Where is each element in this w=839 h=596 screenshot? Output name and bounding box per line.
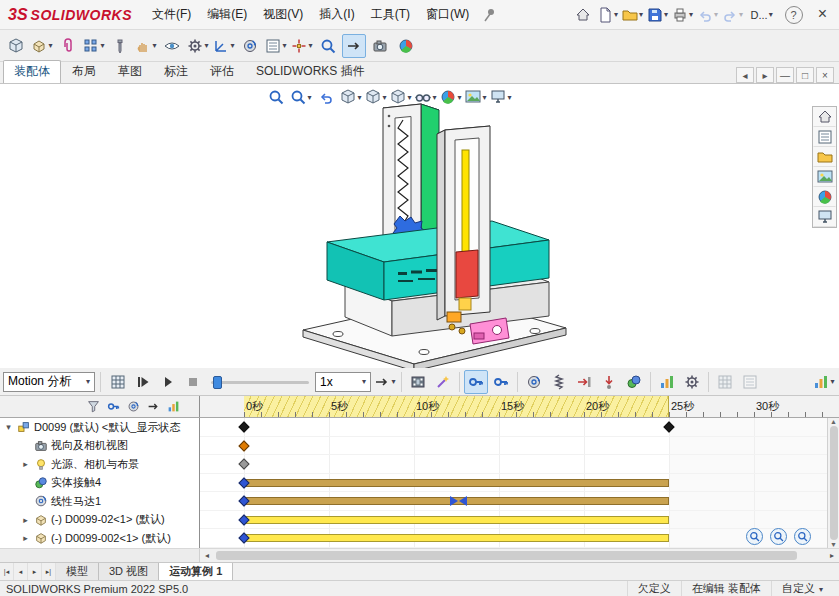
graphics-area[interactable]: ▾▾▾▾▾▾▾▾ xyxy=(0,84,839,368)
status-custom-button[interactable]: 自定义 ▾ xyxy=(771,581,833,596)
menu-插入I[interactable]: 插入(I) xyxy=(311,2,362,27)
tree-row[interactable]: 实体接触4 xyxy=(0,474,199,493)
pin-menu-icon[interactable] xyxy=(477,3,501,27)
collapse-arrow-icon[interactable]: ▾ xyxy=(3,422,14,432)
zoom-to-area[interactable]: ▾ xyxy=(289,86,313,108)
mate[interactable] xyxy=(56,34,80,58)
assembly-model[interactable] xyxy=(0,84,839,368)
key-point[interactable] xyxy=(238,458,249,469)
view-palette[interactable] xyxy=(813,167,836,187)
calculate[interactable] xyxy=(106,370,130,394)
view-orientation[interactable]: ▾ xyxy=(364,86,388,108)
scroll-up-icon[interactable]: ▲ xyxy=(830,418,837,425)
filter-driving[interactable] xyxy=(124,397,143,416)
scrollbar-track[interactable] xyxy=(214,549,825,562)
timeline-track[interactable] xyxy=(200,492,827,511)
playback-speed-select[interactable]: 1x ▾ xyxy=(315,372,371,392)
gravity[interactable] xyxy=(597,370,621,394)
zoom-out-timeline[interactable] xyxy=(746,528,763,545)
timeline-track[interactable] xyxy=(200,455,827,474)
prev-tab-button[interactable]: ◂ xyxy=(14,563,28,580)
exploded-view[interactable]: ▾ xyxy=(290,34,314,58)
scrollbar-thumb[interactable] xyxy=(830,426,838,540)
document-tab-2[interactable]: 3D 视图 xyxy=(99,563,159,580)
tree-row[interactable]: 视向及相机视图 xyxy=(0,437,199,456)
assembly-features[interactable]: ▾ xyxy=(186,34,210,58)
scroll-right-icon[interactable]: ▸ xyxy=(825,549,839,562)
next-tab-button[interactable]: ▸ xyxy=(28,563,42,580)
key-point[interactable] xyxy=(238,421,249,432)
spring[interactable] xyxy=(547,370,571,394)
command-tab-4[interactable]: 标注 xyxy=(153,60,199,83)
menu-编辑E[interactable]: 编辑(E) xyxy=(199,2,255,27)
key-point[interactable] xyxy=(238,440,249,451)
zoom-in-timeline[interactable] xyxy=(770,528,787,545)
tree-row[interactable]: ▸光源、相机与布景 xyxy=(0,455,199,474)
first-tab-button[interactable]: |◂ xyxy=(0,563,14,580)
smart-fasteners[interactable] xyxy=(108,34,132,58)
scroll-down-icon[interactable]: ▼ xyxy=(830,541,837,548)
help-button[interactable]: ? xyxy=(785,6,803,24)
menu-视图V[interactable]: 视图(V) xyxy=(255,2,311,27)
filter-animated[interactable] xyxy=(104,397,123,416)
force[interactable] xyxy=(572,370,596,394)
menu-工具T[interactable]: 工具(T) xyxy=(363,2,418,27)
play[interactable] xyxy=(156,370,180,394)
bill-of-materials[interactable]: ▾ xyxy=(264,34,288,58)
take-snapshot[interactable] xyxy=(368,34,392,58)
solidworks-resources[interactable] xyxy=(813,107,836,127)
timeline-track[interactable] xyxy=(200,529,827,548)
move-component[interactable]: ▾ xyxy=(134,34,158,58)
reference-geometry[interactable]: ▾ xyxy=(212,34,236,58)
document-menu-button[interactable]: D... ▾ xyxy=(746,3,778,27)
command-tab-3[interactable]: 草图 xyxy=(107,60,153,83)
new-document-button[interactable]: ▾ xyxy=(596,3,620,27)
insert-components[interactable]: ▾ xyxy=(30,34,54,58)
instant-3d[interactable] xyxy=(342,34,366,58)
minimize-window-button[interactable]: — xyxy=(776,67,794,83)
command-tab-1[interactable]: 装配体 xyxy=(3,60,61,83)
expand-arrow-icon[interactable]: ▸ xyxy=(20,459,31,469)
document-tab-1[interactable]: 模型 xyxy=(56,563,99,580)
file-explorer[interactable] xyxy=(813,147,836,167)
menu-文件F[interactable]: 文件(F) xyxy=(144,2,199,27)
save-animation[interactable] xyxy=(406,370,430,394)
filter-results[interactable] xyxy=(164,397,183,416)
timeline-track[interactable] xyxy=(200,474,827,493)
expand-arrow-icon[interactable]: ▸ xyxy=(20,515,31,525)
section-view[interactable]: ▾ xyxy=(339,86,363,108)
appearances-scenes[interactable] xyxy=(813,187,836,207)
timeline-track[interactable] xyxy=(200,511,827,530)
new-motion-study[interactable] xyxy=(238,34,262,58)
tree-row[interactable]: ▸(-) D0099-002<1> (默认) xyxy=(0,529,199,548)
custom-properties[interactable] xyxy=(813,207,836,227)
large-design-review[interactable] xyxy=(316,34,340,58)
show-hidden-components[interactable] xyxy=(160,34,184,58)
timeline-vertical-scrollbar[interactable]: ▲ ▼ xyxy=(827,418,839,548)
tree-row[interactable]: ▾D0099 (默认) <默认_显示状态 xyxy=(0,418,199,437)
print-button[interactable]: ▾ xyxy=(671,3,695,27)
command-tab-6[interactable]: SOLIDWORKS 插件 xyxy=(245,60,376,83)
tree-row[interactable]: ▸(-) D0099-02<1> (默认) xyxy=(0,511,199,530)
design-library[interactable] xyxy=(813,127,836,147)
key-point[interactable] xyxy=(663,421,674,432)
next-window-button[interactable]: ▸ xyxy=(756,67,774,83)
timeline-track[interactable] xyxy=(200,437,827,456)
filter-none[interactable] xyxy=(84,397,103,416)
motion-study-properties[interactable] xyxy=(680,370,704,394)
timeline-tracks[interactable] xyxy=(200,418,827,548)
display-style[interactable]: ▾ xyxy=(389,86,413,108)
close-window-button[interactable]: × xyxy=(816,67,834,83)
study-type-select[interactable]: Motion 分析 ▾ xyxy=(3,372,95,392)
component-pattern[interactable]: ▾ xyxy=(82,34,106,58)
slider-thumb[interactable] xyxy=(213,376,222,389)
add-key[interactable] xyxy=(489,370,513,394)
close-app-button[interactable]: × xyxy=(810,5,835,25)
auto-key[interactable] xyxy=(464,370,488,394)
scrollbar-thumb[interactable] xyxy=(216,551,797,560)
scroll-left-icon[interactable]: ◂ xyxy=(200,549,214,562)
duration-bar[interactable] xyxy=(244,479,669,487)
previous-window-button[interactable]: ◂ xyxy=(736,67,754,83)
animation-wizard[interactable] xyxy=(431,370,455,394)
results-and-plots[interactable] xyxy=(655,370,679,394)
